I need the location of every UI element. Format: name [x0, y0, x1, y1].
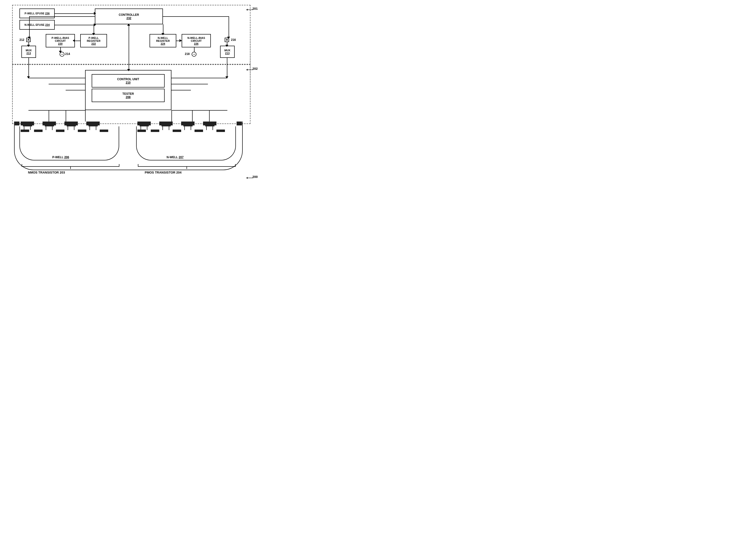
- arrow-ctrl-nwreg: [161, 33, 164, 35]
- mux-right-box: MUX 213: [220, 46, 235, 58]
- line-muxright-down: [227, 58, 227, 77]
- control-unit-box: CONTROL UNIT 210: [92, 74, 165, 88]
- line-ctrl-right: [163, 16, 229, 17]
- gate-nmos-1: [23, 124, 32, 126]
- line-ctrl-ctrlunit: [129, 24, 129, 70]
- ref-201: 201: [253, 7, 258, 11]
- line-cu-right1: [172, 78, 227, 78]
- controller-box: CONTROLLER 232: [95, 9, 163, 24]
- gate-pmos-1: [140, 124, 149, 126]
- hline-tester-bottom: [28, 110, 86, 111]
- vline-right1: [192, 110, 193, 121]
- circuit-diagram: 201 202 200 CONTROLLER 232 P-WELL EFUSE …: [5, 2, 263, 187]
- arrow-ctrl-right-down: [227, 37, 230, 39]
- pad-far-right: [237, 121, 242, 125]
- gate-pmos-4: [205, 124, 214, 126]
- label-212: 212: [19, 38, 24, 41]
- vline-left2: [66, 110, 66, 121]
- line-ctrl-nwreg: [163, 24, 163, 34]
- pad-far-left: [14, 121, 19, 125]
- arrow-nefuse-controller: [94, 23, 96, 26]
- tester-box: TESTER 208: [92, 89, 165, 102]
- line-muxleft-down: [28, 58, 29, 77]
- p-well-efuse-box: P-WELL EFUSE 236: [19, 9, 55, 18]
- gate-pmos-3: [183, 124, 193, 126]
- sd-nmos-3: [56, 130, 65, 132]
- vline-cu-left: [85, 110, 86, 121]
- arrow-ctrl-down: [127, 69, 130, 71]
- sd-pmos-2: [151, 130, 159, 132]
- nmos-brace: [19, 163, 122, 170]
- sd-nmos-2: [34, 130, 42, 132]
- p-well-register-box: P-WELLREGISTER 222: [80, 34, 107, 47]
- ref-202: 202: [253, 67, 258, 70]
- line-efuse-controller: [55, 13, 95, 14]
- gate-nmos-3: [67, 124, 76, 126]
- sd-pmos-4: [195, 130, 203, 132]
- pmos-label: PMOS TRANSISTOR 204: [145, 171, 182, 174]
- line-cu-right2: [172, 84, 208, 84]
- label-216: 216: [231, 38, 236, 41]
- n-well-label: N-WELL 207: [167, 155, 184, 159]
- line-pwreg-pwbias: [75, 40, 80, 41]
- line-nwbias-circle: [194, 47, 195, 52]
- arrow-pwbias-circle: [59, 51, 62, 53]
- arrow-pwreg-pwbias: [73, 39, 75, 42]
- sd-pmos-1: [137, 130, 146, 132]
- gate-nmos-4: [89, 124, 98, 126]
- sd-nmos-5: [100, 130, 108, 132]
- vline-cu-right: [172, 110, 172, 121]
- n-well-efuse-box: N-WELL EFUSE 234: [19, 20, 55, 30]
- line-cu-right3: [172, 90, 191, 91]
- sd-nmos-4: [78, 130, 86, 132]
- line-cu-left2: [49, 84, 85, 84]
- arrow-cross216-mux: [226, 45, 228, 47]
- svg-marker-3: [246, 69, 248, 71]
- pmos-brace: [136, 163, 238, 170]
- line-ctrl-left: [29, 16, 95, 17]
- arrow-ctrl-pwreg: [92, 33, 95, 35]
- line-nefuse-controller: [55, 25, 95, 25]
- circle-218: −: [192, 52, 197, 57]
- arrow-nwreg-nwbias: [179, 39, 182, 42]
- svg-marker-1: [246, 9, 248, 11]
- vline-right2: [209, 110, 210, 121]
- svg-marker-5: [246, 177, 248, 179]
- gate-pmos-2: [161, 124, 171, 126]
- nmos-label: NMOS TRANSISTOR 203: [28, 171, 65, 174]
- vline-left1: [49, 110, 49, 121]
- label-218: 218: [185, 52, 190, 56]
- label-214: 214: [65, 52, 70, 56]
- line-cu-left1: [28, 78, 85, 78]
- line-cu-left3: [66, 90, 85, 91]
- sd-pmos-3: [173, 130, 181, 132]
- line-ctrl-right-down: [229, 16, 229, 38]
- ref-200: 200: [253, 175, 258, 179]
- control-unit-container: CONTROL UNIT 210 TESTER 208: [85, 70, 172, 110]
- gate-nmos-2: [45, 124, 54, 126]
- p-well-label: P-WELL 206: [52, 155, 69, 159]
- sd-nmos-1: [21, 130, 29, 132]
- mux-left-box: MUX 213: [21, 46, 36, 58]
- line-ctrl-pwreg: [94, 24, 94, 34]
- p-well-bias-box: P-WELL-BIASCIRCUIT 220: [46, 34, 75, 47]
- arrow-ctrl-up: [127, 24, 130, 26]
- line-ctrl-left-down: [29, 16, 30, 38]
- arrow-efuse-controller: [94, 12, 96, 15]
- hline-tester-bottom-right: [172, 110, 227, 111]
- n-well-register-box: N-WELLREGISTER 224: [149, 34, 176, 47]
- sd-pmos-5: [216, 130, 225, 132]
- arrow-ctrl-left-down: [28, 37, 31, 39]
- arrow-cross212-mux: [27, 45, 30, 47]
- n-well-bias-box: N-WELL-BIASCIRCUIT 226: [182, 34, 211, 47]
